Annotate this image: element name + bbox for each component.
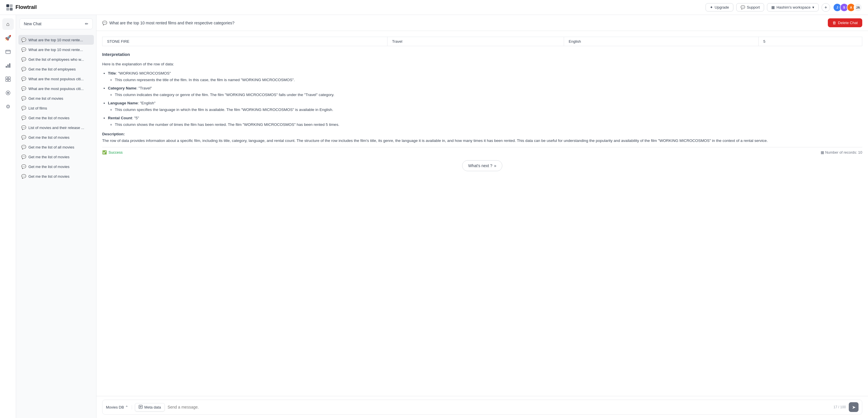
list-item[interactable]: 💬 Get me the list of movies xyxy=(19,113,94,123)
chat-footer: Movies DB ⌃ Meta data 17 / 100 ➤ xyxy=(96,396,868,418)
chat-bubble-icon: 💬 xyxy=(21,76,26,81)
list-item[interactable]: 💬 List of films xyxy=(19,103,94,113)
chat-area: 💬 What are the top 10 most rented films … xyxy=(96,15,868,418)
list-item[interactable]: 💬 Get me the list of movies xyxy=(19,162,94,171)
chat-bubble-icon: 💬 xyxy=(21,47,26,52)
table-cell-title: STONE FIRE xyxy=(102,37,388,46)
list-item[interactable]: 💬 What are the top 10 most rente... xyxy=(19,45,94,55)
chat-title-icon: 💬 xyxy=(102,21,107,25)
list-item[interactable]: 💬 What are the most populous citi... xyxy=(19,74,94,84)
sidebar-item-home[interactable]: ⌂ xyxy=(2,19,14,30)
list-item[interactable]: 💬 Get me list of movies xyxy=(19,94,94,103)
chat-bubble-icon: 💬 xyxy=(21,38,26,42)
chevron-icon: ⌃ xyxy=(125,405,128,409)
list-item[interactable]: 💬 Get me the list of movies xyxy=(19,133,94,142)
meta-data-button[interactable]: Meta data xyxy=(135,403,165,411)
support-icon: 💬 xyxy=(741,5,745,9)
svg-rect-0 xyxy=(6,4,9,7)
svg-rect-11 xyxy=(8,79,10,81)
upgrade-icon: ✦ xyxy=(710,5,713,9)
chat-item-label: List of films xyxy=(28,106,47,110)
logo-icon xyxy=(6,4,13,11)
chat-list: 💬 What are the top 10 most rente... 💬 Wh… xyxy=(16,33,96,418)
list-item[interactable]: 💬 Get me the list of movies xyxy=(19,171,94,181)
support-button[interactable]: 💬 Support xyxy=(736,3,764,11)
svg-rect-2 xyxy=(6,8,9,11)
list-item[interactable]: 💬 Get me the list of all movies xyxy=(19,142,94,152)
chat-input-row: Movies DB ⌃ Meta data 17 / 100 ➤ xyxy=(102,399,862,415)
chat-item-label: Get me the list of movies xyxy=(28,174,69,179)
sidebar-item-analytics[interactable] xyxy=(2,60,14,71)
whats-next-wrap: What's next ? » xyxy=(102,154,862,177)
sidebar-item-settings[interactable]: ⚙ xyxy=(2,101,14,112)
whats-next-button[interactable]: What's next ? » xyxy=(462,160,502,171)
chat-title: 💬 What are the top 10 most rented films … xyxy=(102,21,235,25)
workspace-button[interactable]: ▦ Hashim's workspace ▾ xyxy=(767,3,818,11)
table-cell-rental-count: 5 xyxy=(758,37,862,46)
new-chat-label: New Chat xyxy=(24,22,41,26)
records-count: ▦ Number of records: 10 xyxy=(820,150,862,154)
whats-next-label: What's next ? xyxy=(468,164,492,168)
db-selector[interactable]: Movies DB ⌃ xyxy=(106,405,132,409)
field-title: Title: "WORKING MICROCOSMOS" This column… xyxy=(108,70,862,83)
chat-sidebar: New Chat ✏ 💬 What are the top 10 most re… xyxy=(16,15,96,418)
list-item[interactable]: 💬 Get me the list of movies xyxy=(19,152,94,162)
upgrade-button[interactable]: ✦ Upgrade xyxy=(706,3,733,11)
add-button[interactable]: + xyxy=(822,3,830,12)
chat-bubble-icon: 💬 xyxy=(21,164,26,169)
interpretation-block: Interpretation Here is the explanation o… xyxy=(102,51,862,144)
main-layout: ⌂ 🚀 ⚙ New Chat ✏ 💬 What are the top 10 m… xyxy=(0,15,868,418)
table-cell-language: English xyxy=(564,37,758,46)
chat-bubble-icon: 💬 xyxy=(21,125,26,130)
sidebar-item-rocket[interactable]: 🚀 xyxy=(2,32,14,43)
chat-item-label: What are the top 10 most rente... xyxy=(28,38,83,42)
workspace-icon: ▦ xyxy=(771,5,775,9)
list-item[interactable]: 💬 List of movies and their release ... xyxy=(19,123,94,133)
new-chat-button[interactable]: New Chat ✏ xyxy=(20,19,93,29)
double-chevron-icon: » xyxy=(494,164,496,168)
list-item[interactable]: 💬 Get me the list of employees xyxy=(19,64,94,74)
delete-chat-button[interactable]: 🗑 Delete Chat xyxy=(828,19,862,27)
description-block: Description: The row of data provides in… xyxy=(102,131,862,144)
success-icon: ✅ xyxy=(102,150,107,154)
meta-data-icon xyxy=(138,405,143,410)
chat-bubble-icon: 💬 xyxy=(21,67,26,71)
delete-label: Delete Chat xyxy=(838,21,858,25)
send-icon: ➤ xyxy=(852,405,856,410)
chat-bubble-icon: 💬 xyxy=(21,96,26,101)
chat-input[interactable] xyxy=(167,405,831,409)
sidebar-item-billing[interactable] xyxy=(2,46,14,57)
upgrade-label: Upgrade xyxy=(715,5,729,9)
chat-item-label: What are the most populous citi... xyxy=(28,86,84,91)
chat-item-label: Get me the list of movies xyxy=(28,135,69,140)
chat-item-label: Get me the list of employees xyxy=(28,67,76,71)
send-button[interactable]: ➤ xyxy=(849,402,859,412)
chat-item-label: List of movies and their release ... xyxy=(28,126,84,130)
field-category: Category Name: "Travel" This column indi… xyxy=(108,85,862,98)
sidebar-item-grid[interactable] xyxy=(2,73,14,85)
svg-rect-9 xyxy=(8,77,10,79)
support-label: Support xyxy=(747,5,760,9)
avatar-group: J S A JA xyxy=(833,3,862,12)
list-item[interactable]: 💬 Get the list of employees who w... xyxy=(19,55,94,64)
chat-item-label: Get me the list of movies xyxy=(28,116,69,120)
sidebar-item-ai[interactable] xyxy=(2,87,14,99)
workspace-label: Hashim's workspace xyxy=(776,5,811,9)
chat-messages: STONE FIRE Travel English 5 Interpretati… xyxy=(96,31,868,396)
list-item[interactable]: 💬 What are the most populous citi... xyxy=(19,84,94,94)
list-item[interactable]: 💬 What are the top 10 most rente... xyxy=(19,35,94,45)
table-row: STONE FIRE Travel English 5 xyxy=(102,37,862,46)
db-label: Movies DB xyxy=(106,405,124,409)
chat-bubble-icon: 💬 xyxy=(21,154,26,159)
topnav-right: ✦ Upgrade 💬 Support ▦ Hashim's workspace… xyxy=(706,3,862,12)
data-table: STONE FIRE Travel English 5 xyxy=(102,37,862,46)
success-label: Success xyxy=(108,150,123,154)
chat-bubble-icon: 💬 xyxy=(21,145,26,149)
chevron-down-icon: ▾ xyxy=(812,5,814,9)
svg-rect-3 xyxy=(10,8,12,11)
svg-rect-8 xyxy=(6,77,8,79)
chat-item-label: Get me list of movies xyxy=(28,96,63,101)
chat-header: 💬 What are the top 10 most rented films … xyxy=(96,15,868,31)
status-row: ✅ Success ▦ Number of records: 10 xyxy=(102,147,862,154)
chat-item-label: Get me the list of movies xyxy=(28,155,69,159)
